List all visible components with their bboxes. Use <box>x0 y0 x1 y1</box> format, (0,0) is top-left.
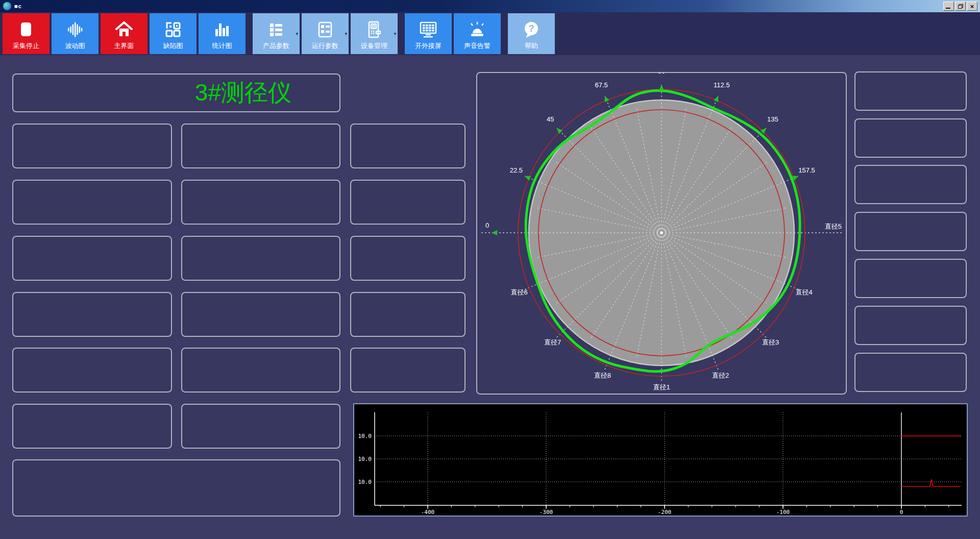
metric-label <box>13 405 171 408</box>
toolbar-button-label: 主界面 <box>101 41 148 51</box>
run-params-icon <box>315 19 335 40</box>
toolbar-button-label: 声音告警 <box>454 41 501 51</box>
toolbar-button-label: 波动图 <box>52 41 99 51</box>
status-box <box>854 71 967 111</box>
bar-chart-icon <box>212 19 232 40</box>
toolbar-button-external-screen[interactable]: 开外接屏 <box>405 13 452 54</box>
status-label <box>855 72 966 75</box>
svg-text:-100: -100 <box>776 509 790 516</box>
svg-text:?: ? <box>529 23 534 34</box>
svg-text:-200: -200 <box>658 509 672 516</box>
close-icon: × <box>970 3 974 10</box>
metric-label <box>351 293 464 296</box>
toolbar-button-label: 采集停止 <box>3 41 50 51</box>
restore-button[interactable] <box>955 2 966 11</box>
metric-box <box>181 124 340 168</box>
gauge-title-box: 3#测径仪 <box>12 74 340 112</box>
restore-icon <box>958 4 963 9</box>
svg-text:0: 0 <box>900 509 903 516</box>
status-box <box>854 212 967 251</box>
window-title: ■c <box>14 3 22 9</box>
close-button[interactable]: × <box>967 2 977 11</box>
metric-box <box>350 180 465 225</box>
status-box <box>854 259 967 298</box>
toolbar-button-product-params[interactable]: 产品参数▼ <box>253 13 300 54</box>
window-controls: × <box>943 2 978 11</box>
help-icon: ? <box>521 19 542 40</box>
metric-label <box>182 181 339 184</box>
metric-box <box>181 348 340 393</box>
metric-label <box>182 293 339 296</box>
metric-box <box>181 180 340 225</box>
toolbar-button-home[interactable]: 主界面 <box>101 13 148 54</box>
toolbar-button-sound-alarm[interactable]: 声音告警 <box>454 13 501 54</box>
toolbar: 采集停止波动图主界面缺陷图统计图产品参数▼运行参数▼设备管理▼开外接屏声音告警?… <box>0 12 980 55</box>
app-logo-icon <box>3 2 12 11</box>
metric-box <box>350 348 465 393</box>
toolbar-button-label: 统计图 <box>199 41 246 51</box>
trend-chart: 10.010.010.0-400-300-200-1000 <box>354 404 967 516</box>
stop-icon <box>16 19 36 40</box>
status-box <box>854 306 967 345</box>
metric-label <box>13 237 171 240</box>
metric-label <box>351 181 464 184</box>
toolbar-button-help[interactable]: ?帮助 <box>508 13 555 54</box>
status-label <box>855 260 966 262</box>
toolbar-button-device-manage[interactable]: 设备管理▼ <box>351 13 398 54</box>
svg-text:直径4: 直径4 <box>795 288 812 296</box>
toolbar-button-run-params[interactable]: 运行参数▼ <box>302 13 349 54</box>
polar-panel: 022.54567.590112.5135157.5直径1直径2直径3直径4直径… <box>476 72 847 395</box>
metric-box <box>350 236 465 281</box>
metric-box <box>12 348 172 393</box>
svg-text:直径6: 直径6 <box>510 288 527 296</box>
toolbar-button-label: 产品参数 <box>253 41 300 51</box>
metric-label <box>182 349 339 352</box>
defect-map-icon <box>163 19 183 40</box>
toolbar-button-label: 设备管理 <box>351 41 398 51</box>
status-label <box>855 307 966 309</box>
chevron-down-icon: ▼ <box>295 32 299 36</box>
metric-box <box>181 292 340 337</box>
svg-text:45: 45 <box>547 115 554 123</box>
external-screen-icon <box>418 19 438 40</box>
status-box <box>854 353 967 392</box>
metric-box <box>12 180 172 225</box>
trend-panel: 10.010.010.0-400-300-200-1000 <box>353 403 968 517</box>
gauge-title: 3#测径仪 <box>195 77 291 109</box>
toolbar-button-label: 缺陷图 <box>150 41 197 51</box>
waveform-icon <box>65 19 85 40</box>
toolbar-button-label: 开外接屏 <box>405 41 452 51</box>
svg-text:112.5: 112.5 <box>714 81 730 89</box>
svg-text:-400: -400 <box>421 509 435 516</box>
svg-text:直径5: 直径5 <box>825 223 842 230</box>
svg-text:22.5: 22.5 <box>510 166 523 174</box>
svg-text:90: 90 <box>658 73 665 75</box>
metric-label <box>182 237 339 240</box>
metric-box <box>12 124 172 168</box>
metric-box <box>181 404 340 449</box>
titlebar: ■c × <box>0 0 980 12</box>
svg-text:直径8: 直径8 <box>594 372 611 379</box>
metric-label <box>13 181 171 184</box>
svg-text:直径3: 直径3 <box>762 338 779 346</box>
svg-text:157.5: 157.5 <box>798 166 815 174</box>
chevron-down-icon: ▼ <box>393 32 397 36</box>
toolbar-button-label: 帮助 <box>508 41 555 51</box>
svg-text:直径7: 直径7 <box>544 338 561 346</box>
metric-box <box>350 292 465 337</box>
toolbar-button-waveform[interactable]: 波动图 <box>52 13 99 54</box>
toolbar-button-defect-map[interactable]: 缺陷图 <box>150 13 197 54</box>
svg-text:-300: -300 <box>540 509 553 516</box>
metric-label <box>351 125 464 128</box>
toolbar-button-bar-chart[interactable]: 统计图 <box>199 13 246 54</box>
chevron-down-icon: ▼ <box>344 32 348 36</box>
status-box <box>854 165 967 204</box>
metric-box <box>12 236 172 281</box>
metric-box <box>181 236 340 281</box>
svg-text:直径1: 直径1 <box>653 383 670 391</box>
status-label <box>855 119 966 122</box>
toolbar-button-stop[interactable]: 采集停止 <box>3 13 50 54</box>
metric-label <box>13 125 171 128</box>
minimize-button[interactable] <box>943 2 954 11</box>
metric-label <box>13 293 171 296</box>
